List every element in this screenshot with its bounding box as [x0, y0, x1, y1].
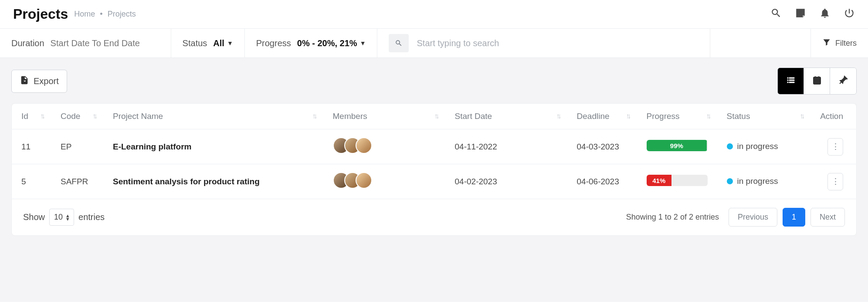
- entries-selector: Show 10 ▴▾ entries: [23, 209, 105, 226]
- cell-progress: 99%: [637, 129, 717, 164]
- col-project-name[interactable]: Project Name↑↓: [103, 104, 323, 129]
- avatar[interactable]: [356, 172, 372, 189]
- status-value[interactable]: All ▼: [213, 38, 233, 48]
- page-1-button[interactable]: 1: [783, 208, 805, 227]
- cell-project-name[interactable]: E-Learning platform: [103, 129, 323, 164]
- cell-status: in progress: [717, 129, 811, 164]
- cell-action: ⋮: [810, 164, 856, 199]
- view-toggle: [777, 68, 857, 95]
- search-cell: [377, 29, 710, 58]
- breadcrumb-current: Projects: [108, 10, 136, 18]
- cell-action: ⋮: [810, 129, 856, 164]
- status-filter[interactable]: Status All ▼: [171, 29, 245, 58]
- table-row: 5 SAFPR Sentiment analysis for product r…: [12, 164, 856, 199]
- breadcrumb: Home • Projects: [74, 10, 136, 19]
- duration-label: Duration: [11, 38, 44, 48]
- cell-project-name[interactable]: Sentiment analysis for product rating: [103, 164, 323, 199]
- duration-filter[interactable]: Duration: [0, 29, 171, 58]
- row-actions-button[interactable]: ⋮: [827, 173, 843, 190]
- caret-down-icon: ▼: [360, 40, 366, 47]
- col-start-date[interactable]: Start Date↑↓: [445, 104, 567, 129]
- caret-down-icon: ▼: [227, 40, 233, 47]
- col-deadline[interactable]: Deadline↑↓: [567, 104, 637, 129]
- more-vertical-icon: ⋮: [831, 142, 840, 152]
- projects-table: Id↑↓ Code↑↓ Project Name↑↓ Members↑↓ Sta…: [12, 104, 856, 199]
- pagination: Previous 1 Next: [729, 208, 845, 227]
- progress-filter[interactable]: Progress 0% - 20%, 21% ▼: [245, 29, 378, 58]
- list-icon: [786, 75, 796, 88]
- export-button[interactable]: Export: [11, 70, 67, 93]
- cell-members: [323, 129, 445, 164]
- entries-summary: Showing 1 to 2 of 2 entries: [626, 213, 719, 222]
- export-icon: [20, 75, 29, 87]
- duration-input[interactable]: [51, 38, 159, 48]
- row-actions-button[interactable]: ⋮: [827, 138, 843, 156]
- prev-button[interactable]: Previous: [729, 208, 777, 227]
- progress-value[interactable]: 0% - 20%, 21% ▼: [297, 38, 366, 48]
- svg-rect-0: [814, 77, 821, 84]
- page-title: Projects: [13, 6, 68, 22]
- cell-members: [323, 164, 445, 199]
- filter-icon: [822, 38, 831, 49]
- cell-deadline: 04-06-2023: [567, 164, 637, 199]
- projects-table-panel: Id↑↓ Code↑↓ Project Name↑↓ Members↑↓ Sta…: [11, 103, 857, 236]
- cell-code: EP: [51, 129, 103, 164]
- calendar-view-button[interactable]: [804, 68, 830, 94]
- status-dot-icon: [727, 143, 733, 149]
- filters-label: Filters: [835, 39, 857, 48]
- entries-label: entries: [78, 212, 105, 222]
- col-members[interactable]: Members↑↓: [323, 104, 445, 129]
- cell-id: 5: [12, 164, 51, 199]
- col-action: Action: [810, 104, 856, 129]
- status-label: Status: [183, 38, 207, 48]
- pin-view-button[interactable]: [830, 68, 856, 94]
- avatar[interactable]: [356, 137, 372, 154]
- calendar-icon: [812, 75, 822, 88]
- show-label: Show: [23, 212, 45, 222]
- cell-start-date: 04-11-2022: [445, 129, 567, 164]
- entries-select[interactable]: 10 ▴▾: [49, 209, 74, 226]
- progress-label: Progress: [256, 38, 291, 48]
- cell-status: in progress: [717, 164, 811, 199]
- more-vertical-icon: ⋮: [831, 176, 840, 186]
- breadcrumb-home[interactable]: Home: [74, 10, 95, 18]
- cell-deadline: 04-03-2023: [567, 129, 637, 164]
- cell-progress: 41%: [637, 164, 717, 199]
- col-progress[interactable]: Progress↑↓: [637, 104, 717, 129]
- filters-button[interactable]: Filters: [811, 29, 868, 58]
- member-avatars[interactable]: [333, 137, 372, 154]
- note-icon[interactable]: [795, 7, 806, 21]
- status-dot-icon: [727, 178, 733, 184]
- list-view-button[interactable]: [778, 68, 804, 94]
- table-row: 11 EP E-Learning platform 04-11-2022 04-…: [12, 129, 856, 164]
- breadcrumb-separator: •: [97, 10, 105, 18]
- next-button[interactable]: Next: [810, 208, 845, 227]
- cell-code: SAFPR: [51, 164, 103, 199]
- member-avatars[interactable]: [333, 172, 372, 189]
- bell-icon[interactable]: [819, 7, 831, 21]
- pin-icon: [838, 75, 848, 88]
- export-label: Export: [34, 76, 59, 86]
- col-id[interactable]: Id↑↓: [12, 104, 51, 129]
- col-code[interactable]: Code↑↓: [51, 104, 103, 129]
- cell-id: 11: [12, 129, 51, 164]
- sort-icon: ▴▾: [66, 214, 69, 221]
- search-icon[interactable]: [389, 34, 409, 52]
- power-icon[interactable]: [844, 7, 855, 21]
- cell-start-date: 04-02-2023: [445, 164, 567, 199]
- search-input[interactable]: [417, 38, 573, 48]
- col-status[interactable]: Status↑↓: [717, 104, 811, 129]
- search-icon[interactable]: [770, 7, 782, 21]
